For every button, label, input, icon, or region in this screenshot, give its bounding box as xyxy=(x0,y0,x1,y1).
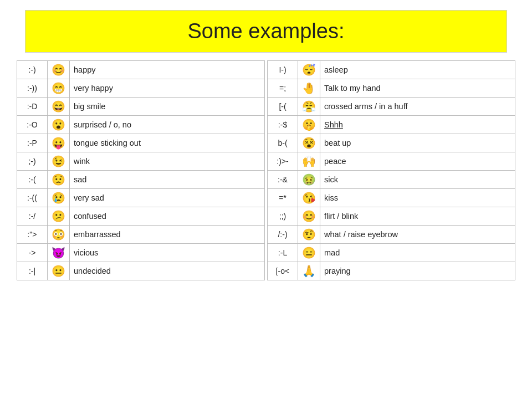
emotion-label: asleep xyxy=(320,61,515,79)
emotion-label: what / raise eyebrow xyxy=(320,226,515,244)
table-row: [-o<🙏praying xyxy=(268,262,515,280)
emotion-label: undecided xyxy=(70,262,265,280)
emotion-label: flirt / blink xyxy=(320,207,515,226)
emoji-icon: 🤚 xyxy=(298,79,320,98)
emoticon-code: :-(( xyxy=(17,189,48,207)
table-row: :-((😢very sad xyxy=(17,189,265,207)
emotion-label: happy xyxy=(70,61,265,79)
emotion-label: mad xyxy=(320,244,515,262)
emotion-label: sad xyxy=(70,171,265,189)
page-title: Some examples: xyxy=(187,19,344,43)
emoticon-code: :-P xyxy=(17,134,48,152)
emoji-icon: 🙌 xyxy=(298,152,320,171)
table-row: =*😘kiss xyxy=(268,189,515,207)
right-table: I-)😴asleep=;🤚Talk to my hand[-(😤crossed … xyxy=(267,60,515,280)
emotion-label: embarrassed xyxy=(70,226,265,244)
table-row: :-&🤢sick xyxy=(268,171,515,189)
table-row: /:-)🤨what / raise eyebrow xyxy=(268,226,515,244)
table-row: ;-)😉wink xyxy=(17,152,265,171)
emotion-label: Talk to my hand xyxy=(320,79,515,98)
emoticon-code: =; xyxy=(268,79,298,98)
emoji-icon: 🤫 xyxy=(298,116,320,134)
emotion-label: big smile xyxy=(70,98,265,116)
emoticon-code: /:-) xyxy=(268,226,298,244)
table-row: b-(😵beat up xyxy=(268,134,515,152)
emotion-label: wink xyxy=(70,152,265,171)
table-row: :-O😮surprised / o, no xyxy=(17,116,265,134)
emotion-label: crossed arms / in a huff xyxy=(320,98,515,116)
emoticon-code: :-) xyxy=(17,61,48,79)
table-row: :-$🤫Shhh xyxy=(268,116,515,134)
emoji-icon: 😵 xyxy=(298,134,320,152)
emotion-label: beat up xyxy=(320,134,515,152)
emoji-icon: 😈 xyxy=(48,244,70,262)
emoji-icon: 😊 xyxy=(48,61,70,79)
table-row: =;🤚Talk to my hand xyxy=(268,79,515,98)
emoji-icon: 😘 xyxy=(298,189,320,207)
emoticon-code: [-( xyxy=(268,98,298,116)
left-table: :-)😊happy:-))😁very happy:-D😄big smile:-O… xyxy=(17,60,265,280)
emoji-icon: 😄 xyxy=(48,98,70,116)
emotion-label: surprised / o, no xyxy=(70,116,265,134)
emotion-label: peace xyxy=(320,152,515,171)
emoticon-code: :-D xyxy=(17,98,48,116)
table-row: ;;)😊flirt / blink xyxy=(268,207,515,226)
emoji-icon: 😉 xyxy=(48,152,70,171)
emoticon-code: [-o< xyxy=(268,262,298,280)
title-box: Some examples: xyxy=(25,10,507,53)
table-row: I-)😴asleep xyxy=(268,61,515,79)
emoticon-code: :-& xyxy=(268,171,298,189)
emoji-icon: 😳 xyxy=(48,226,70,244)
table-row: :-(😟sad xyxy=(17,171,265,189)
emoji-icon: 😛 xyxy=(48,134,70,152)
emoticon-code: :)>- xyxy=(268,152,298,171)
emoji-icon: 😤 xyxy=(298,98,320,116)
emotion-label: Shhh xyxy=(320,116,515,134)
emoji-icon: 😊 xyxy=(298,207,320,226)
table-row: :-|😐undecided xyxy=(17,262,265,280)
emoticon-code: ;;) xyxy=(268,207,298,226)
emoticon-code: =* xyxy=(268,189,298,207)
emotion-label: tongue sticking out xyxy=(70,134,265,152)
table-row: :-/😕confused xyxy=(17,207,265,226)
emoji-icon: 😢 xyxy=(48,189,70,207)
emoji-icon: 😐 xyxy=(48,262,70,280)
emotion-label: vicious xyxy=(70,244,265,262)
emoticon-code: :-/ xyxy=(17,207,48,226)
emotion-label: praying xyxy=(320,262,515,280)
emoticon-code: :"> xyxy=(17,226,48,244)
emoticon-code: :-)) xyxy=(17,79,48,98)
emoji-icon: 😮 xyxy=(48,116,70,134)
emoji-icon: 😑 xyxy=(298,244,320,262)
table-row: :)>-🙌peace xyxy=(268,152,515,171)
emoticon-code: :-$ xyxy=(268,116,298,134)
emoticon-code: :-L xyxy=(268,244,298,262)
emoticon-code: ;-) xyxy=(17,152,48,171)
table-row: :-)😊happy xyxy=(17,61,265,79)
page-wrapper: Some examples: :-)😊happy:-))😁very happy:… xyxy=(0,0,532,399)
table-row: [-(😤crossed arms / in a huff xyxy=(268,98,515,116)
emoticon-code: b-( xyxy=(268,134,298,152)
table-row: :-L😑mad xyxy=(268,244,515,262)
emotion-label: sick xyxy=(320,171,515,189)
emoji-icon: 🙏 xyxy=(298,262,320,280)
emotion-label: very sad xyxy=(70,189,265,207)
emotion-label: very happy xyxy=(70,79,265,98)
emoji-icon: 🤨 xyxy=(298,226,320,244)
table-row: ->😈vicious xyxy=(17,244,265,262)
emoji-icon: 😕 xyxy=(48,207,70,226)
emoticon-code: :-O xyxy=(17,116,48,134)
emoticon-code: I-) xyxy=(268,61,298,79)
table-row: :">😳embarrassed xyxy=(17,226,265,244)
emoticon-code: :-| xyxy=(17,262,48,280)
emotion-label: kiss xyxy=(320,189,515,207)
emoticon-code: -> xyxy=(17,244,48,262)
table-row: :-D😄big smile xyxy=(17,98,265,116)
emotion-label: confused xyxy=(70,207,265,226)
content-area: :-)😊happy:-))😁very happy:-D😄big smile:-O… xyxy=(17,60,515,280)
emoji-icon: 😴 xyxy=(298,61,320,79)
emoji-icon: 😁 xyxy=(48,79,70,98)
emoji-icon: 😟 xyxy=(48,171,70,189)
emoji-icon: 🤢 xyxy=(298,171,320,189)
table-row: :-P😛tongue sticking out xyxy=(17,134,265,152)
